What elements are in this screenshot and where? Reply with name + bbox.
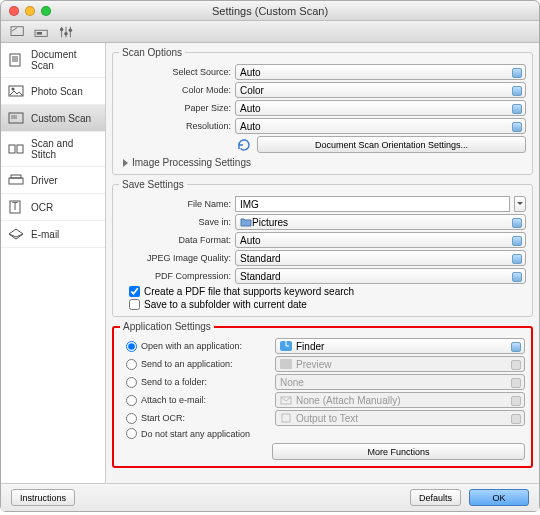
stitch-icon	[7, 142, 25, 156]
svg-rect-26	[282, 414, 290, 422]
application-settings-group: Application Settings Open with an applic…	[112, 321, 533, 468]
file-name-label: File Name:	[119, 199, 231, 209]
do-not-start-label: Do not start any application	[141, 429, 250, 439]
scan-from-computer-icon[interactable]	[9, 25, 27, 39]
sidebar-item-label: Custom Scan	[31, 113, 91, 124]
content-pane: Scan Options Select Source:Auto Color Mo…	[106, 43, 539, 483]
svg-rect-9	[10, 54, 20, 66]
image-processing-disclosure[interactable]: Image Processing Settings	[123, 157, 526, 168]
save-in-label: Save in:	[119, 217, 231, 227]
scan-from-panel-icon[interactable]	[33, 25, 51, 39]
start-ocr-dropdown[interactable]: Output to Text	[275, 410, 525, 426]
attach-email-radio[interactable]	[126, 395, 137, 406]
sidebar-item-email[interactable]: E-mail	[1, 221, 105, 248]
pdf-keyword-checkbox[interactable]: Create a PDF file that supports keyword …	[129, 286, 526, 297]
sidebar-item-label: Document Scan	[31, 49, 99, 71]
svg-rect-18	[17, 145, 23, 153]
open-with-radio[interactable]	[126, 341, 137, 352]
scan-options-legend: Scan Options	[119, 47, 185, 58]
paper-size-dropdown[interactable]: Auto	[235, 100, 526, 116]
sidebar: Document Scan Photo Scan Custom Scan Sca…	[1, 43, 106, 483]
open-with-dropdown[interactable]: Finder	[275, 338, 525, 354]
open-with-label: Open with an application:	[141, 341, 271, 351]
window-controls	[9, 6, 51, 16]
svg-rect-2	[37, 32, 42, 35]
jpeg-quality-label: JPEG Image Quality:	[119, 253, 231, 263]
document-icon	[7, 53, 25, 67]
finder-icon	[280, 341, 292, 351]
text-icon	[280, 413, 292, 423]
preview-icon	[280, 359, 292, 369]
paper-size-label: Paper Size:	[119, 103, 231, 113]
sidebar-item-ocr[interactable]: T OCR	[1, 194, 105, 221]
save-in-dropdown[interactable]: Pictures	[235, 214, 526, 230]
custom-icon	[7, 111, 25, 125]
sidebar-item-label: Photo Scan	[31, 86, 83, 97]
select-source-dropdown[interactable]: Auto	[235, 64, 526, 80]
zoom-icon[interactable]	[41, 6, 51, 16]
application-settings-legend: Application Settings	[120, 321, 214, 332]
settings-window: Settings (Custom Scan) Document Scan Pho…	[0, 0, 540, 512]
orientation-settings-button[interactable]: Document Scan Orientation Settings...	[257, 136, 526, 153]
data-format-dropdown[interactable]: Auto	[235, 232, 526, 248]
svg-point-8	[69, 28, 73, 32]
sidebar-item-custom-scan[interactable]: Custom Scan	[1, 105, 105, 132]
file-name-history-button[interactable]	[514, 196, 526, 212]
save-settings-legend: Save Settings	[119, 179, 187, 190]
svg-rect-17	[9, 145, 15, 153]
pdf-compression-dropdown[interactable]: Standard	[235, 268, 526, 284]
svg-rect-24	[280, 359, 292, 369]
svg-text:T: T	[12, 201, 18, 212]
sidebar-item-scan-stitch[interactable]: Scan and Stitch	[1, 132, 105, 167]
sidebar-item-label: Driver	[31, 175, 58, 186]
color-mode-label: Color Mode:	[119, 85, 231, 95]
svg-rect-19	[9, 178, 23, 184]
sidebar-item-label: E-mail	[31, 229, 59, 240]
send-to-folder-radio[interactable]	[126, 377, 137, 388]
send-to-app-label: Send to an application:	[141, 359, 271, 369]
sidebar-item-document-scan[interactable]: Document Scan	[1, 43, 105, 78]
sidebar-item-photo-scan[interactable]: Photo Scan	[1, 78, 105, 105]
send-to-folder-label: Send to a folder:	[141, 377, 271, 387]
preferences-icon[interactable]	[57, 25, 75, 39]
data-format-label: Data Format:	[119, 235, 231, 245]
more-functions-button[interactable]: More Functions	[272, 443, 525, 460]
send-to-folder-dropdown[interactable]: None	[275, 374, 525, 390]
subfolder-checkbox[interactable]: Save to a subfolder with current date	[129, 299, 526, 310]
defaults-button[interactable]: Defaults	[410, 489, 461, 506]
sidebar-item-label: OCR	[31, 202, 53, 213]
footer: Instructions Defaults OK	[1, 483, 539, 511]
ocr-icon: T	[7, 200, 25, 214]
svg-point-6	[60, 27, 64, 31]
chevron-down-icon	[517, 202, 523, 206]
send-to-app-radio[interactable]	[126, 359, 137, 370]
titlebar: Settings (Custom Scan)	[1, 1, 539, 21]
sidebar-item-label: Scan and Stitch	[31, 138, 99, 160]
file-name-input[interactable]: IMG	[235, 196, 510, 212]
svg-rect-20	[11, 175, 21, 178]
ok-button[interactable]: OK	[469, 489, 529, 506]
attach-email-label: Attach to e-mail:	[141, 395, 271, 405]
scan-options-group: Scan Options Select Source:Auto Color Mo…	[112, 47, 533, 175]
minimize-icon[interactable]	[25, 6, 35, 16]
select-source-label: Select Source:	[119, 67, 231, 77]
do-not-start-radio[interactable]	[126, 428, 137, 439]
sidebar-item-driver[interactable]: Driver	[1, 167, 105, 194]
reset-icon[interactable]	[235, 138, 253, 152]
svg-rect-16	[11, 115, 17, 119]
jpeg-quality-dropdown[interactable]: Standard	[235, 250, 526, 266]
window-title: Settings (Custom Scan)	[1, 5, 539, 17]
start-ocr-label: Start OCR:	[141, 413, 271, 423]
instructions-button[interactable]: Instructions	[11, 489, 75, 506]
send-to-app-dropdown[interactable]: Preview	[275, 356, 525, 372]
start-ocr-radio[interactable]	[126, 413, 137, 424]
resolution-label: Resolution:	[119, 121, 231, 131]
attach-email-dropdown[interactable]: None (Attach Manually)	[275, 392, 525, 408]
close-icon[interactable]	[9, 6, 19, 16]
photo-icon	[7, 84, 25, 98]
folder-icon	[240, 217, 252, 227]
resolution-dropdown[interactable]: Auto	[235, 118, 526, 134]
driver-icon	[7, 173, 25, 187]
color-mode-dropdown[interactable]: Color	[235, 82, 526, 98]
save-settings-group: Save Settings File Name:IMG Save in:Pict…	[112, 179, 533, 317]
